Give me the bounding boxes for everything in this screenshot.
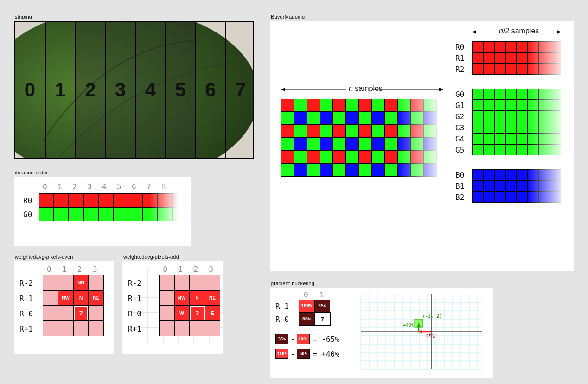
wavg-col-label: 0 bbox=[163, 265, 168, 274]
wavg-row-label: R-2 bbox=[128, 279, 141, 288]
bayer-plane-cell bbox=[472, 111, 483, 122]
bayer-mosaic-cell bbox=[424, 99, 437, 112]
wavg-center-label: ? bbox=[74, 306, 88, 320]
bayer-plane-cell bbox=[505, 89, 517, 100]
wavg-col-label: 1 bbox=[179, 265, 183, 274]
bayer-right-caption: n/2 samples bbox=[499, 27, 539, 35]
bayer-mosaic-cell bbox=[320, 164, 333, 177]
svg-point-1 bbox=[15, 22, 253, 159]
gradient-bucketing-panel: gradient-bucketing 01R-1R 0100%35%60%?35… bbox=[270, 281, 493, 378]
bayer-plane-cell bbox=[472, 133, 483, 144]
bayer-plane-cell bbox=[505, 122, 517, 133]
bayer-plane-cell bbox=[528, 144, 539, 155]
bayer-mosaic-cell bbox=[398, 99, 411, 112]
wavg-cell bbox=[159, 275, 174, 290]
bayer-plane-cell bbox=[483, 89, 494, 100]
iter-cell bbox=[54, 193, 69, 207]
bayer-plane-cell bbox=[528, 64, 539, 75]
iter-cell bbox=[128, 193, 143, 207]
bayer-mosaic-cell bbox=[333, 99, 346, 112]
bayer-mosaic-cell bbox=[385, 125, 398, 138]
bayer-plane-cell bbox=[494, 100, 505, 111]
bayer-plane-cell bbox=[505, 144, 517, 155]
wavg-center: ? bbox=[190, 306, 205, 321]
bayer-plane-cell bbox=[517, 192, 528, 203]
bayer-plane-cell bbox=[505, 52, 517, 64]
gb-plot-label: (-3,+2) bbox=[422, 314, 442, 319]
gb-eq-chip: 35% bbox=[275, 334, 288, 344]
wavg-cell bbox=[43, 321, 58, 336]
iter-cell bbox=[173, 193, 187, 207]
bayer-mosaic-cell bbox=[398, 125, 411, 138]
bayer-plane-cell bbox=[505, 64, 517, 75]
bayer-plane-cell bbox=[483, 111, 494, 122]
wavg-col-label: 3 bbox=[209, 265, 214, 274]
bayer-mosaic-cell bbox=[372, 138, 385, 151]
bayer-mosaic-cell bbox=[385, 151, 398, 164]
bayer-mosaic-cell bbox=[398, 151, 411, 164]
wavg-cell bbox=[73, 321, 89, 336]
bayer-row-label: G2 bbox=[455, 112, 464, 121]
bayer-plane-cell bbox=[494, 122, 505, 133]
bayer-mosaic-cell bbox=[346, 151, 359, 164]
bayer-plane-cell bbox=[483, 180, 494, 192]
wavg-cell bbox=[89, 275, 104, 290]
bayer-mosaic-cell bbox=[281, 112, 294, 125]
bayer-plane-cell bbox=[494, 144, 505, 155]
iter-cell bbox=[128, 207, 143, 221]
bayer-plane-cell bbox=[483, 64, 494, 75]
iter-cell bbox=[98, 207, 113, 221]
iter-cell bbox=[39, 207, 54, 221]
bayer-mosaic-cell bbox=[411, 112, 424, 125]
iter-cell bbox=[143, 193, 158, 207]
bayer-left-caption: n samples bbox=[349, 84, 383, 93]
gb-cell-value: 35% bbox=[315, 300, 330, 312]
bayer-row-label: G3 bbox=[455, 123, 464, 132]
bayer-plane-cell bbox=[528, 52, 539, 64]
bayer-mosaic-cell bbox=[320, 151, 333, 164]
bayer-plane-cell bbox=[472, 144, 483, 155]
iter-col-label: 9 bbox=[176, 182, 181, 191]
wavg-cell bbox=[58, 306, 73, 321]
wavg-cell bbox=[43, 275, 58, 290]
bayer-plane-cell bbox=[550, 52, 561, 64]
bayer-plane-cell bbox=[517, 169, 528, 180]
wavg-cell bbox=[205, 321, 220, 336]
bayer-mosaic-cell bbox=[359, 112, 372, 125]
bayer-mosaic-cell bbox=[346, 138, 359, 151]
bayer-plane-cell bbox=[539, 192, 550, 203]
bayer-row-label: G1 bbox=[455, 101, 464, 110]
wavg-col-label: 1 bbox=[62, 265, 67, 274]
bayer-mosaic-cell bbox=[320, 125, 333, 138]
bayer-row-label: B1 bbox=[455, 182, 464, 191]
bayer-plane-cell bbox=[517, 89, 528, 100]
iter-col-label: 8 bbox=[161, 182, 166, 191]
wavg-cell-label: W bbox=[175, 306, 189, 320]
bayer-plane-cell bbox=[517, 122, 528, 133]
bayer-mosaic-cell bbox=[385, 138, 398, 151]
iter-cell bbox=[83, 193, 98, 207]
svg-rect-33 bbox=[415, 319, 423, 327]
bayer-plane-cell bbox=[483, 100, 494, 111]
wavg-cell-label: N bbox=[74, 291, 88, 305]
minus-sign: - bbox=[291, 350, 295, 358]
wavg-cell-NE: NE bbox=[89, 290, 104, 306]
bayer-plane-cell bbox=[528, 180, 539, 192]
gradient-bucketing-title: gradient-bucketing bbox=[271, 281, 493, 286]
wavg-cell-label: N bbox=[190, 291, 205, 305]
bayer-mosaic-cell bbox=[359, 99, 372, 112]
gb-cell-value: ? bbox=[315, 313, 330, 325]
iter-col-label: 1 bbox=[58, 182, 62, 191]
iter-cell bbox=[113, 207, 128, 221]
bayer-plane-cell bbox=[550, 41, 561, 52]
bayer-plane-cell bbox=[528, 192, 539, 203]
bayer-mosaic-cell bbox=[307, 99, 320, 112]
iter-cell bbox=[173, 207, 187, 221]
bayer-figure: n samplesn/2 samplesR0R1R2G0G1G2G3G4G5B0… bbox=[270, 21, 574, 271]
wavg-row-label: R-1 bbox=[128, 294, 141, 303]
wavg-col-label: 0 bbox=[47, 265, 51, 274]
iter-col-label: 7 bbox=[147, 182, 151, 191]
bayer-plane-cell bbox=[550, 180, 561, 192]
bayer-row-label: B2 bbox=[455, 193, 464, 202]
bayer-mosaic-cell bbox=[359, 138, 372, 151]
